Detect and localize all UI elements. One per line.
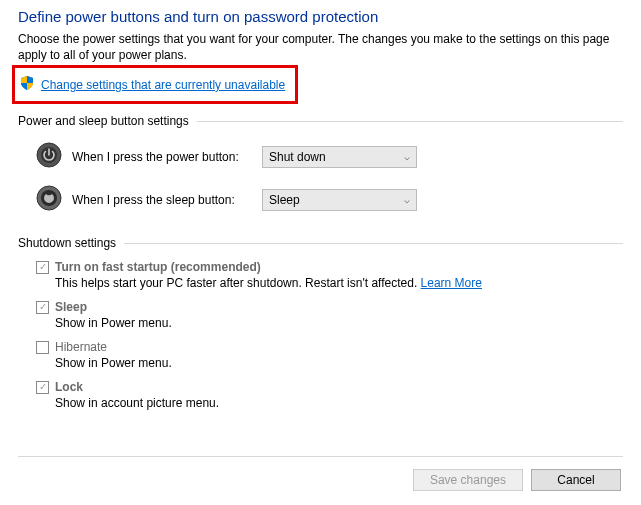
section-header-shutdown: Shutdown settings	[18, 236, 623, 250]
shield-icon	[19, 75, 35, 94]
shutdown-item: HibernateShow in Power menu.	[36, 340, 623, 370]
change-settings-highlight: Change settings that are currently unava…	[12, 65, 298, 104]
power-button-select[interactable]: Shut down ⌵	[262, 146, 417, 168]
sleep-icon	[36, 185, 62, 214]
checkbox-subtext: Show in Power menu.	[55, 356, 623, 370]
chevron-down-icon: ⌵	[404, 194, 410, 205]
shutdown-item: SleepShow in Power menu.	[36, 300, 623, 330]
shutdown-item: Turn on fast startup (recommended)This h…	[36, 260, 623, 290]
shutdown-item: LockShow in account picture menu.	[36, 380, 623, 410]
learn-more-link[interactable]: Learn More	[421, 276, 482, 290]
checkbox-label: Turn on fast startup (recommended)	[55, 260, 261, 274]
section-header-button-settings: Power and sleep button settings	[18, 114, 623, 128]
power-button-label: When I press the power button:	[72, 150, 262, 164]
footer: Save changes Cancel	[18, 456, 623, 505]
page-title: Define power buttons and turn on passwor…	[18, 8, 623, 25]
checkbox-label: Lock	[55, 380, 83, 394]
checkbox[interactable]	[36, 261, 49, 274]
checkbox-subtext: Show in Power menu.	[55, 316, 623, 330]
checkbox[interactable]	[36, 341, 49, 354]
checkbox-label: Hibernate	[55, 340, 107, 354]
save-changes-button[interactable]: Save changes	[413, 469, 523, 491]
sleep-button-label: When I press the sleep button:	[72, 193, 262, 207]
sleep-button-row: When I press the sleep button: Sleep ⌵	[36, 185, 623, 214]
checkbox-subtext: Show in account picture menu.	[55, 396, 623, 410]
sleep-button-select[interactable]: Sleep ⌵	[262, 189, 417, 211]
chevron-down-icon: ⌵	[404, 151, 410, 162]
checkbox[interactable]	[36, 301, 49, 314]
page-description: Choose the power settings that you want …	[18, 31, 623, 63]
checkbox[interactable]	[36, 381, 49, 394]
checkbox-label: Sleep	[55, 300, 87, 314]
power-button-row: When I press the power button: Shut down…	[36, 142, 623, 171]
checkbox-subtext: This helps start your PC faster after sh…	[55, 276, 623, 290]
cancel-button[interactable]: Cancel	[531, 469, 621, 491]
change-settings-link[interactable]: Change settings that are currently unava…	[41, 78, 285, 92]
power-icon	[36, 142, 62, 171]
